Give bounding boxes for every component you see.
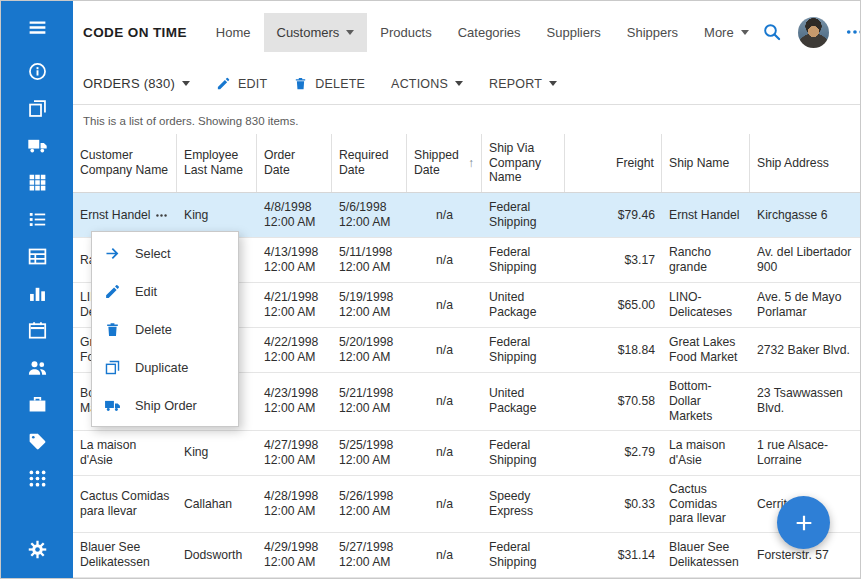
cell-ship-name: LINO-Delicateses (662, 284, 750, 326)
cell-text: Ave. 5 de Mayo Porlamar (757, 290, 855, 320)
cell-text: $31.14 (618, 548, 655, 563)
nav-item-suppliers[interactable]: Suppliers (534, 13, 614, 52)
column-header-shipped-date[interactable]: Shipped Date↑ (407, 134, 482, 192)
chevron-down-icon (455, 81, 463, 86)
chevron-down-icon (549, 81, 557, 86)
search-button[interactable] (762, 22, 782, 42)
column-header-freight[interactable]: Freight (565, 134, 662, 192)
column-header-order-date[interactable]: Order Date (257, 134, 332, 192)
column-label: Shipped Date (414, 148, 464, 178)
cell-text: n/a (436, 394, 453, 409)
context-menu-item-ship-order[interactable]: Ship Order (92, 386, 238, 424)
context-menu-item-select[interactable]: Select (92, 234, 238, 272)
cell-text: 4/22/1998 12:00 AM (264, 335, 325, 365)
cell-text: Blauer See Delikatessen (669, 540, 743, 570)
table-row[interactable]: Cactus Comidas para llevarCallahan4/28/1… (73, 476, 860, 534)
cell-freight: $70.58 (565, 388, 662, 415)
add-button[interactable] (777, 496, 830, 549)
sidebar-item-people[interactable] (1, 349, 73, 386)
context-menu-item-delete[interactable]: Delete (92, 310, 238, 348)
column-label: Order Date (264, 148, 324, 178)
column-header-required-date[interactable]: Required Date (332, 134, 407, 192)
edit-button[interactable]: EDIT (216, 76, 267, 91)
cell-text: Callahan (184, 497, 232, 512)
report-button[interactable]: REPORT (489, 77, 557, 91)
cell-required-date: 5/27/1998 12:00 AM (332, 534, 407, 576)
cell-ship-name: Ernst Handel (662, 202, 750, 229)
cell-text: 5/26/1998 12:00 AM (339, 489, 400, 519)
navbar-overflow-button[interactable] (845, 22, 861, 42)
menu-item-label: Edit (135, 284, 157, 299)
sidebar-item-info[interactable] (1, 53, 73, 90)
nav-item-products[interactable]: Products (367, 13, 444, 52)
column-label: Required Date (339, 148, 399, 178)
cell-text: La maison d'Asie (669, 438, 743, 468)
sidebar-item-tag[interactable] (1, 423, 73, 460)
user-avatar[interactable] (798, 17, 829, 48)
cell-text: Great Lakes Food Market (669, 335, 743, 365)
cell-shipped-date: n/a (407, 247, 482, 274)
gear-icon (27, 539, 48, 560)
sidebar-item-copy[interactable] (1, 90, 73, 127)
column-header-employee-last-name[interactable]: Employee Last Name (177, 134, 257, 192)
cell-text: 4/8/1998 12:00 AM (264, 200, 325, 230)
nav-item-label: Products (380, 25, 431, 40)
column-header-ship-via-company-name[interactable]: Ship Via Company Name (482, 134, 565, 192)
column-label: Employee Last Name (184, 148, 249, 178)
cell-required-date: 5/20/1998 12:00 AM (332, 329, 407, 371)
column-header-ship-address[interactable]: Ship Address (750, 134, 860, 192)
cell-text: Forsterstr. 57 (757, 548, 829, 563)
cell-text: Ernst Handel (669, 208, 739, 223)
sidebar-item-apps[interactable] (1, 460, 73, 497)
column-label: Freight (616, 156, 654, 171)
sidebar-item-rows[interactable] (1, 238, 73, 275)
sidebar-item-truck[interactable] (1, 127, 73, 164)
delete-button[interactable]: DELETE (293, 76, 365, 91)
tag-icon (27, 431, 48, 452)
view-selector-label: ORDERS (830) (83, 76, 175, 91)
row-menu-trigger[interactable] (155, 209, 168, 222)
cell-text: 5/21/1998 12:00 AM (339, 386, 400, 416)
table-row[interactable]: Blauer See DelikatessenDodsworth4/29/199… (73, 533, 860, 578)
nav-item-label: Customers (277, 25, 340, 40)
nav-item-more[interactable]: More (691, 13, 762, 52)
nav-item-shippers[interactable]: Shippers (614, 13, 691, 52)
cell-text: 5/11/1998 12:00 AM (339, 245, 400, 275)
menu-item-label: Delete (135, 322, 172, 337)
cell-text: Federal Shipping (489, 438, 558, 468)
cell-text: 5/25/1998 12:00 AM (339, 438, 400, 468)
column-header-customer-company-name[interactable]: Customer Company Name (73, 134, 177, 192)
context-menu-item-duplicate[interactable]: Duplicate (92, 348, 238, 386)
cell-order-date: 4/13/1998 12:00 AM (257, 239, 332, 281)
sidebar-item-list[interactable] (1, 201, 73, 238)
navbar-right (762, 17, 861, 48)
truck-icon (104, 397, 121, 414)
cell-text: Dodsworth (184, 548, 242, 563)
nav-item-customers[interactable]: Customers (264, 13, 368, 52)
cell-text: $70.58 (618, 394, 655, 409)
column-header-ship-name[interactable]: Ship Name (662, 134, 750, 192)
column-label: Ship Address (757, 156, 829, 171)
pencil-icon (104, 283, 121, 300)
sidebar-item-menu[interactable] (1, 9, 73, 46)
cell-ship-address: Ave. 5 de Mayo Porlamar (750, 284, 860, 326)
cell-text: La maison d'Asie (80, 438, 170, 468)
cell-text: n/a (436, 445, 453, 460)
cell-text: 4/29/1998 12:00 AM (264, 540, 325, 570)
sidebar-item-chart[interactable] (1, 275, 73, 312)
sidebar-item-calendar[interactable] (1, 312, 73, 349)
nav-item-home[interactable]: Home (203, 13, 264, 52)
actions-button[interactable]: ACTIONS (391, 77, 463, 91)
status-text: This is a list of orders. Showing 830 it… (73, 105, 860, 134)
cell-text: Federal Shipping (489, 335, 558, 365)
table-row[interactable]: La maison d'AsieKing4/27/1998 12:00 AM5/… (73, 431, 860, 476)
info-icon (27, 61, 48, 82)
sidebar-item-grid[interactable] (1, 164, 73, 201)
view-selector[interactable]: ORDERS (830) (83, 76, 190, 91)
context-menu-item-edit[interactable]: Edit (92, 272, 238, 310)
sidebar-item-briefcase[interactable] (1, 386, 73, 423)
sidebar-item-gear[interactable] (1, 531, 73, 568)
nav-item-categories[interactable]: Categories (445, 13, 534, 52)
column-label: Ship Via Company Name (489, 141, 557, 186)
cell-ship-via: United Package (482, 284, 565, 326)
